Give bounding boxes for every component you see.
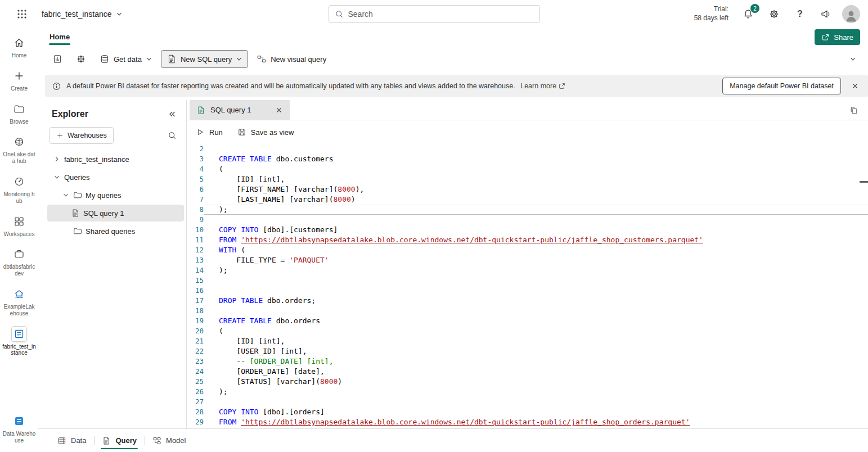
view-switcher-bar: Data Query Model — [38, 428, 868, 452]
tree-chevron-icon[interactable] — [53, 155, 61, 163]
folder-icon — [73, 191, 82, 200]
collapse-ribbon-button[interactable] — [843, 49, 862, 69]
scrollbar-cursor-mark[interactable] — [860, 181, 868, 183]
new-visual-query-button[interactable]: New visual query — [251, 50, 331, 68]
code-line[interactable]: 10 COPY INTO [dbo].[customers] — [187, 225, 868, 235]
copy-icon — [849, 106, 858, 115]
nav-item-onelake-data-hub[interactable]: OneLake data hub — [1, 129, 37, 169]
settings-button[interactable] — [764, 4, 784, 24]
code-line[interactable]: 5 [ID] [int], — [187, 174, 868, 184]
new-report-button[interactable] — [47, 50, 68, 68]
feedback-button[interactable] — [816, 4, 835, 24]
add-warehouses-button[interactable]: Warehouses — [50, 127, 114, 144]
line-content: CREATE TABLE dbo.orders — [204, 316, 868, 326]
code-line[interactable]: 20 ( — [187, 326, 868, 336]
line-content: [FIRST_NAME] [varchar](8000), — [204, 184, 868, 195]
tree-item-shared-queries[interactable]: Shared queries — [47, 223, 184, 239]
tree-item-sql-query-1[interactable]: SQL query 1 — [47, 205, 184, 222]
line-content — [204, 397, 868, 407]
nav-item-iconbox — [11, 174, 27, 189]
nav-item-workspaces[interactable]: Workspaces — [1, 209, 37, 242]
code-line[interactable]: 13 FILE_TYPE = 'PARQUET' — [187, 255, 868, 265]
new-sql-query-button[interactable]: New SQL query — [161, 50, 248, 68]
code-line[interactable]: 24 [ORDER_DATE] [date], — [187, 367, 868, 377]
bottom-tab-query[interactable]: Query — [94, 429, 145, 452]
code-line[interactable]: 25 [STATUS] [varchar](8000) — [187, 377, 868, 387]
ribbon-tab-row: Home Share — [38, 28, 868, 46]
nav-item-icon — [14, 328, 25, 340]
help-button[interactable]: ? — [790, 4, 809, 24]
tab-home[interactable]: Home — [47, 30, 72, 45]
close-tab-button[interactable] — [273, 104, 285, 116]
code-line[interactable]: 15 — [187, 275, 868, 286]
bottom-tab-label: Model — [166, 436, 186, 445]
code-line[interactable]: 7 [LAST_NAME] [varchar](8000) — [187, 195, 868, 205]
code-line[interactable]: 6 [FIRST_NAME] [varchar](8000), — [187, 184, 868, 195]
left-nav: Home Create Browse OneLake data hub Moni… — [0, 28, 38, 452]
workspace-name: fabric_test_instance — [42, 10, 112, 19]
line-content — [204, 306, 868, 316]
code-line[interactable]: 2 — [187, 144, 868, 154]
nav-item-home[interactable]: Home — [1, 30, 37, 64]
search-box[interactable] — [329, 5, 540, 23]
nav-item-icon — [14, 415, 25, 427]
nav-item-examplelakehouse[interactable]: ExampleLakehouse — [1, 282, 37, 322]
code-line[interactable]: 21 [ID] [int], — [187, 336, 868, 346]
explorer-search-button[interactable] — [164, 127, 181, 144]
tree-chevron-icon[interactable] — [62, 191, 70, 199]
nav-item-browse[interactable]: Browse — [1, 97, 37, 130]
code-line[interactable]: 26 ); — [187, 387, 868, 397]
code-line[interactable]: 22 [USER_ID] [int], — [187, 346, 868, 356]
tree-item-queries[interactable]: Queries — [47, 169, 184, 186]
tree-chevron-icon[interactable] — [62, 227, 70, 235]
workspace-switcher[interactable]: fabric_test_instance — [42, 10, 123, 19]
notifications-button[interactable]: 2 — [739, 4, 758, 24]
search-input[interactable] — [348, 10, 534, 19]
code-line[interactable]: 14 ); — [187, 265, 868, 275]
code-line[interactable]: 23 -- [ORDER_DATE] [int], — [187, 356, 868, 367]
learn-more-link[interactable]: Learn more — [520, 82, 565, 90]
copy-button[interactable] — [847, 103, 861, 117]
code-line[interactable]: 28 COPY INTO [dbo].[orders] — [187, 407, 868, 417]
account-avatar[interactable] — [842, 5, 860, 23]
code-line[interactable]: 8 ); — [187, 205, 868, 215]
nav-item-iconbox — [11, 134, 27, 150]
line-number: 10 — [187, 225, 204, 235]
sql-code-editor[interactable]: 2 3 CREATE TABLE dbo.customers 4 ( 5 [ID… — [187, 144, 868, 428]
get-data-button[interactable]: Get data — [95, 50, 158, 68]
nav-item-dbtlabsfabricdev[interactable]: dbtlabsfabricdev — [1, 242, 37, 282]
run-button[interactable]: Run — [196, 128, 223, 137]
code-line[interactable]: 4 ( — [187, 164, 868, 174]
nav-item-create[interactable]: Create — [1, 64, 37, 97]
code-line[interactable]: 11 FROM 'https://dbtlabsynapsedatalake.b… — [187, 235, 868, 245]
save-as-view-button[interactable]: Save as view — [237, 128, 294, 137]
nav-item-monitoring-hub[interactable]: Monitoring hub — [1, 169, 37, 209]
nav-item-fabric-test-instance[interactable]: fabric_test_instance — [1, 322, 37, 361]
code-line[interactable]: 18 — [187, 306, 868, 316]
code-line[interactable]: 19 CREATE TABLE dbo.orders — [187, 316, 868, 326]
query-tab-sql-query-1[interactable]: SQL query 1 — [190, 100, 290, 120]
warehouse-settings-button[interactable] — [71, 50, 91, 68]
code-line[interactable]: 12 WITH ( — [187, 245, 868, 255]
tree-item-fabric-test-instance[interactable]: fabric_test_instance — [47, 151, 184, 168]
banner-close-button[interactable] — [847, 78, 863, 94]
info-banner: A default Power BI dataset for faster re… — [45, 75, 868, 97]
app-launcher-button[interactable] — [12, 4, 32, 24]
code-line[interactable]: 17 DROP TABLE dbo.orders; — [187, 296, 868, 306]
bottom-tab-data[interactable]: Data — [50, 429, 94, 452]
share-button[interactable]: Share — [815, 29, 860, 45]
tree-item-my-queries[interactable]: My queries — [47, 187, 184, 204]
code-line[interactable]: 27 — [187, 397, 868, 407]
bottom-tab-model[interactable]: Model — [145, 429, 194, 452]
chevron-down-icon — [849, 56, 856, 62]
manage-default-dataset-button[interactable]: Manage default Power BI dataset — [722, 78, 841, 94]
line-number: 26 — [187, 387, 204, 397]
code-line[interactable]: 3 CREATE TABLE dbo.customers — [187, 154, 868, 164]
code-line[interactable]: 29 FROM 'https://dbtlabsynapsedatalake.b… — [187, 417, 868, 427]
trial-days-left: 58 days left — [694, 14, 728, 23]
collapse-explorer-button[interactable] — [166, 108, 178, 120]
code-line[interactable]: 16 — [187, 286, 868, 296]
nav-item-data-warehouse[interactable]: Data Warehouse — [1, 409, 37, 449]
tree-chevron-icon[interactable] — [53, 173, 61, 181]
code-line[interactable]: 9 — [187, 215, 868, 225]
